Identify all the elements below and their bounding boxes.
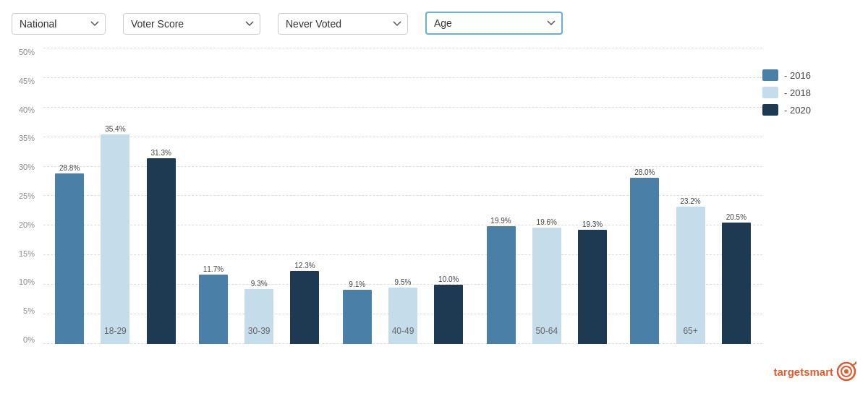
y-axis-label: 40% xyxy=(19,106,39,114)
demographic-group: Voter Score Age Gender Race xyxy=(123,10,260,35)
bar-value-label: 20.5% xyxy=(726,213,746,221)
bar-value-label: 10.0% xyxy=(438,275,459,283)
bar-col: 19.3% xyxy=(571,48,614,344)
bar-col: 23.2% xyxy=(668,48,712,344)
bar-col: 9.3% xyxy=(237,48,281,344)
legend-item-2016: - 2016 xyxy=(762,69,856,81)
bar-value-label: 19.3% xyxy=(582,220,603,228)
bar-value-label: 28.0% xyxy=(634,168,655,176)
x-axis-label: 18-29 xyxy=(43,318,187,344)
bar-value-label: 31.3% xyxy=(150,149,171,157)
bar-col: 19.6% xyxy=(525,48,569,344)
bar-col: 19.9% xyxy=(479,48,522,344)
view-type-select[interactable]: National State District xyxy=(12,13,106,35)
bar-group: 9.1%9.5%10.0% xyxy=(331,48,475,344)
x-axis-label: 40-49 xyxy=(331,318,475,344)
bar-value-label: 11.7% xyxy=(203,265,224,273)
demographic-select[interactable]: Voter Score Age Gender Race xyxy=(123,13,260,35)
bar-value-label: 23.2% xyxy=(680,197,700,205)
y-axis-label: 30% xyxy=(19,163,39,171)
bar-col: 9.1% xyxy=(336,48,379,344)
bar-value-label: 9.1% xyxy=(349,280,365,288)
y-axis-label: 5% xyxy=(23,306,39,315)
bars-group: 11.7%9.3%12.3% xyxy=(187,48,331,344)
bar-group: 19.9%19.6%19.3% xyxy=(475,48,618,344)
chart-main: 50%45%40%35%30%25%20%15%10%5%0% 28.8%35.… xyxy=(12,40,762,373)
x-axis: 18-2930-3940-4950-6465+ xyxy=(43,318,762,344)
bar-col: 10.0% xyxy=(427,48,470,344)
brand-icon xyxy=(836,361,856,382)
bar-2018 xyxy=(101,134,129,344)
legend-item-2018: - 2018 xyxy=(762,87,856,98)
bars-group: 9.1%9.5%10.0% xyxy=(331,48,475,344)
bar-value-label: 19.6% xyxy=(537,218,557,226)
y-axis-label: 35% xyxy=(19,134,39,142)
x-axis-label: 65+ xyxy=(618,318,762,344)
bar-value-label: 19.9% xyxy=(490,217,511,225)
bars-group: 28.8%35.4%31.3% xyxy=(43,48,187,344)
y-axis-label: 45% xyxy=(19,77,39,85)
bar-2020 xyxy=(147,158,176,344)
brand-logo: targetsmart xyxy=(773,361,856,382)
brand-name: targetsmart xyxy=(773,366,833,378)
y-axis-label: 20% xyxy=(19,220,39,229)
bar-group: 28.0%23.2%20.5% xyxy=(618,48,762,344)
y-axis-label: 0% xyxy=(23,335,39,344)
bar-col: 28.8% xyxy=(48,48,91,344)
demo2-select[interactable]: Age Gender Race None xyxy=(425,12,563,35)
bar-col: 31.3% xyxy=(140,48,183,344)
demo-value-select[interactable]: Never Voted Infrequent Frequent xyxy=(278,13,408,35)
y-axis-label: 50% xyxy=(19,48,39,56)
x-axis-label: 50-64 xyxy=(475,318,618,344)
legend-swatch-2016 xyxy=(762,69,778,81)
svg-point-2 xyxy=(844,369,848,374)
bar-value-label: 9.3% xyxy=(251,280,268,288)
view-type-group: National State District xyxy=(12,10,106,35)
demo2-group: Age Gender Race None xyxy=(425,9,563,35)
demo-value-group: Never Voted Infrequent Frequent xyxy=(278,10,408,35)
y-axis-label: 25% xyxy=(19,191,39,200)
legend-swatch-2020 xyxy=(762,104,778,116)
bar-value-label: 35.4% xyxy=(105,125,125,133)
bar-col: 28.0% xyxy=(623,48,666,344)
bar-col: 11.7% xyxy=(192,48,235,344)
y-axis-label: 15% xyxy=(19,249,39,258)
legend-swatch-2018 xyxy=(762,87,778,98)
legend-area: - 2016- 2018- 2020 xyxy=(762,40,856,373)
x-axis-label: 30-39 xyxy=(187,318,331,344)
legend-label-2018: - 2018 xyxy=(784,87,811,98)
bar-col: 20.5% xyxy=(715,48,758,344)
chart-inner: 28.8%35.4%31.3%11.7%9.3%12.3%9.1%9.5%10.… xyxy=(43,48,762,344)
legend-label-2020: - 2020 xyxy=(784,105,811,116)
chart-area: 50%45%40%35%30%25%20%15%10%5%0% 28.8%35.… xyxy=(0,40,868,373)
bar-group: 11.7%9.3%12.3% xyxy=(187,48,331,344)
bar-col: 9.5% xyxy=(381,48,425,344)
bars-group: 19.9%19.6%19.3% xyxy=(475,48,618,344)
bar-value-label: 9.5% xyxy=(395,278,412,286)
bars-container: 28.8%35.4%31.3%11.7%9.3%12.3%9.1%9.5%10.… xyxy=(43,48,762,344)
bar-value-label: 12.3% xyxy=(294,262,315,270)
bars-group: 28.0%23.2%20.5% xyxy=(618,48,762,344)
legend-item-2020: - 2020 xyxy=(762,104,856,116)
y-axis: 50%45%40%35%30%25%20%15%10%5%0% xyxy=(12,48,39,344)
bar-group: 28.8%35.4%31.3% xyxy=(43,48,187,344)
bar-col: 12.3% xyxy=(283,48,326,344)
bar-value-label: 28.8% xyxy=(59,164,80,172)
y-axis-label: 10% xyxy=(19,277,39,286)
top-controls: National State District Voter Score Age … xyxy=(0,0,868,40)
legend-label-2016: - 2016 xyxy=(784,70,811,81)
bar-col: 35.4% xyxy=(93,48,137,344)
